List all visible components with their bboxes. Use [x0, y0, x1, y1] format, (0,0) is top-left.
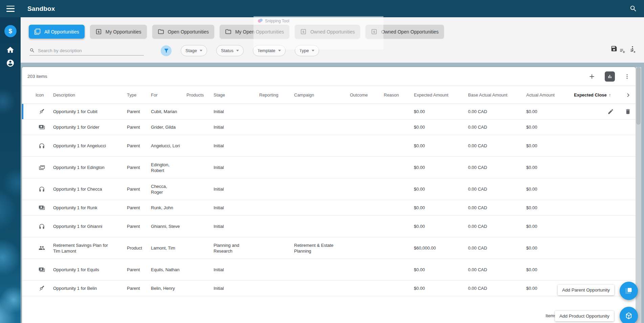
bar-chart-icon [607, 74, 613, 79]
table-scrollbar[interactable] [636, 67, 641, 323]
view-toolbar: All Opportunities $ My Opportunities Ope… [21, 17, 644, 63]
paginator: Items per page [22, 308, 636, 323]
svg-text:$: $ [373, 30, 375, 34]
svg-text:$: $ [303, 30, 305, 34]
headset-icon [39, 223, 45, 230]
table-row[interactable]: Opportunity 1 for Checca Parent Checca, … [22, 178, 636, 200]
table-row[interactable]: Opportunity 1 for Edington Parent Edingt… [22, 157, 636, 178]
payments-icon [39, 266, 45, 273]
table-header-row: Icon Description Type For Products Stage… [22, 86, 636, 104]
chevron-down-icon [236, 50, 239, 51]
headset-icon [39, 186, 45, 192]
cube-icon [625, 312, 633, 320]
playlist-remove-icon[interactable] [630, 47, 636, 54]
selected-row-indicator [22, 104, 23, 119]
playlist-add-icon[interactable] [619, 47, 626, 54]
chevron-down-icon [278, 50, 281, 51]
type-dropdown[interactable]: Type [295, 45, 319, 56]
scroll-right-icon[interactable] [625, 92, 631, 98]
chart-view-button[interactable] [605, 71, 615, 82]
dropdown-label: Template [258, 48, 275, 53]
pen-icon [39, 285, 45, 292]
app-bar: Sandbox [0, 0, 644, 17]
dropdown-label: Status [221, 48, 234, 53]
search-icon[interactable] [629, 5, 637, 13]
table-row[interactable]: Opportunity 1 for Angelucci Parent Angel… [22, 135, 636, 157]
dollar-box-icon: $ [95, 28, 102, 35]
search-input[interactable] [37, 48, 144, 53]
status-dropdown[interactable]: Status [216, 45, 244, 56]
folder-icon [225, 28, 231, 35]
table-toolbar: 203 items [22, 67, 636, 86]
home-icon[interactable] [6, 46, 15, 54]
chip-owned-opportunities[interactable]: $ Owned Opportunities [295, 25, 360, 39]
chevron-down-icon [312, 50, 314, 51]
chip-label: Owned Open Opportunities [381, 29, 439, 35]
chip-owned-open-opportunities[interactable]: $ Owned Open Opportunities [365, 25, 444, 39]
sort-ascending-icon: ↑ [609, 92, 611, 98]
table-row[interactable]: Opportunity 1 for Ghianni Parent Ghianni… [22, 216, 636, 237]
add-parent-opportunity-button[interactable] [620, 282, 638, 300]
chip-label: All Opportunities [44, 29, 79, 35]
cards-icon [39, 164, 45, 171]
chip-open-opportunities[interactable]: Open Opportunities [152, 25, 214, 39]
sidebar: $ [0, 0, 21, 323]
filter-row: Stage Status Template Type [21, 45, 644, 56]
hamburger-menu-icon[interactable] [6, 6, 15, 12]
add-icon[interactable] [588, 73, 596, 80]
chip-label: My Open Opportunities [235, 29, 284, 35]
delete-icon[interactable] [625, 108, 631, 115]
items-count: 203 items [27, 74, 47, 79]
payments-icon [39, 124, 45, 130]
dollar-box-icon: $ [371, 28, 377, 35]
table-row[interactable]: Opportunity 1 for Belin Parent Belin, He… [22, 281, 636, 296]
svg-text:$: $ [97, 30, 99, 34]
search-box [29, 46, 144, 56]
chip-my-open-opportunities[interactable]: My Open Opportunities [220, 25, 289, 39]
table-more-options-icon[interactable] [624, 73, 630, 80]
dollar-box-icon: $ [300, 28, 307, 35]
headset-icon [39, 143, 45, 149]
chevron-down-icon [200, 50, 202, 51]
pen-icon [39, 108, 45, 115]
chip-label: Open Opportunities [168, 29, 209, 35]
opportunities-table-card: 203 items Icon Description Type For Prod… [22, 67, 636, 323]
table-row[interactable]: Opportunity 1 for Grider Parent Grider, … [22, 120, 636, 135]
table-row[interactable]: Opportunity 1 for Cubit Parent Cubit, Ma… [22, 104, 636, 120]
stage-dropdown[interactable]: Stage [181, 45, 207, 56]
scrollbar-thumb[interactable] [636, 67, 641, 125]
table-row[interactable]: Opportunity 1 for Runk Parent Runk, John… [22, 200, 636, 216]
stack-icon [34, 28, 41, 35]
chip-label: My Opportunities [106, 29, 141, 35]
dropdown-label: Stage [185, 48, 197, 53]
table-row[interactable]: Opportunity 1 for Equils Parent Equils, … [22, 259, 636, 281]
flip-to-front-icon [625, 287, 633, 295]
add-product-opportunity-button[interactable] [620, 307, 638, 323]
dropdown-label: Type [299, 48, 309, 53]
add-product-opportunity-tooltip: Add Product Opportunity [555, 311, 614, 321]
people-icon [39, 245, 45, 251]
edit-icon[interactable] [607, 108, 614, 115]
payments-icon [39, 204, 45, 211]
page-title: Sandbox [27, 5, 55, 13]
folder-icon [158, 28, 164, 35]
opportunities-money-icon[interactable]: $ [4, 25, 17, 37]
view-chips: All Opportunities $ My Opportunities Ope… [29, 25, 444, 39]
funnel-icon [163, 48, 169, 53]
account-circle-icon[interactable] [6, 59, 15, 67]
chip-my-opportunities[interactable]: $ My Opportunities [90, 25, 147, 39]
table-backdrop: 203 items Icon Description Type For Prod… [21, 63, 644, 323]
search-icon [29, 48, 35, 53]
chip-all-opportunities[interactable]: All Opportunities [29, 25, 85, 39]
filter-funnel-button[interactable] [161, 45, 172, 56]
add-parent-opportunity-tooltip: Add Parent Opportunity [558, 285, 614, 295]
template-dropdown[interactable]: Template [253, 45, 286, 56]
table-row[interactable]: Retirement Savings Plan for Tim Lamont P… [22, 237, 636, 259]
chip-label: Owned Opportunities [310, 29, 355, 35]
